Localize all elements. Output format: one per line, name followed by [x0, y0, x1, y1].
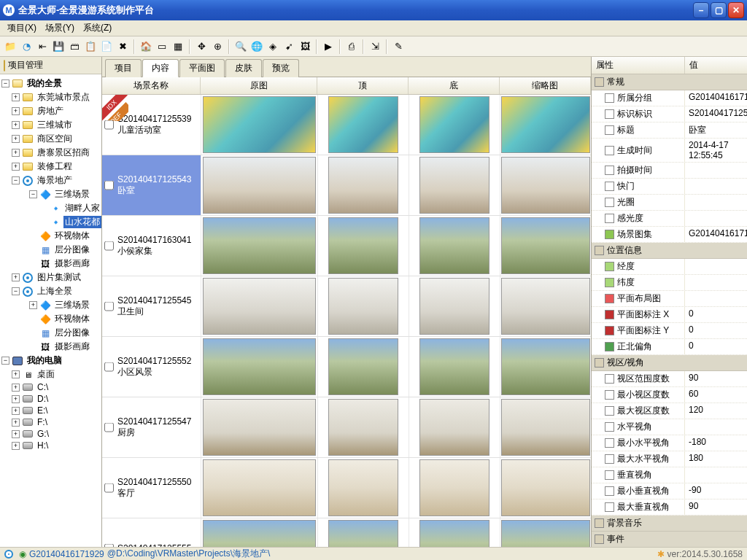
scene-row[interactable]: S20140417163041小侯家集 — [102, 216, 591, 276]
tree-item[interactable]: +唐寨景区招商 — [0, 146, 101, 160]
scene-checkbox[interactable] — [104, 544, 114, 548]
tree-sh-object[interactable]: 🔶环视物体 — [0, 312, 101, 326]
scene-row[interactable]: S20140417125552小区风景 — [102, 337, 591, 397]
prop-row[interactable]: 最大垂直视角90 — [592, 499, 747, 516]
prop-row[interactable]: 所属分组G20140416171929 — [592, 90, 747, 106]
tool-saveall[interactable]: 🗃 — [67, 39, 82, 54]
prop-row[interactable]: 最小视区度数60 — [592, 387, 747, 403]
tool-zoom[interactable]: 🔍 — [233, 39, 248, 54]
tree-sh-3dscene[interactable]: +🔷三维场景 — [0, 298, 101, 312]
tree-drive[interactable]: +C:\ — [0, 381, 101, 393]
project-tree[interactable]: −我的全景 +东莞城市景点+房地产+三维城市+商区空间+唐寨景区招商+装修工程−… — [0, 74, 101, 547]
tree-sh-layer[interactable]: ▦层分图像 — [0, 326, 101, 340]
prop-row[interactable]: 标识标识S20140417125543 — [592, 106, 747, 122]
tree-root-panorama[interactable]: −我的全景 — [0, 77, 101, 90]
tree-drive[interactable]: +E:\ — [0, 405, 101, 416]
scene-row[interactable]: S20140417125547厨房 — [102, 397, 591, 458]
scene-checkbox[interactable] — [104, 423, 114, 432]
menu-project[interactable]: 项目(X) — [3, 20, 41, 36]
col-bottom[interactable]: 底 — [409, 77, 500, 94]
tab-project[interactable]: 项目 — [105, 59, 142, 77]
tool-hotspot[interactable]: ✥ — [194, 39, 209, 54]
tree-item[interactable]: +三维城市 — [0, 118, 101, 132]
prop-row[interactable]: 场景图集G20140416171929 — [592, 227, 747, 243]
tab-content[interactable]: 内容 — [142, 59, 179, 77]
prop-row[interactable]: 视区范围度数90 — [592, 371, 747, 387]
props-col-val[interactable]: 值 — [685, 57, 747, 74]
tree-leaf-lake[interactable]: 🔹湖畔人家 — [0, 201, 101, 215]
tree-item[interactable]: −海景地产 — [0, 174, 101, 187]
tool-grid[interactable]: ▦ — [171, 39, 185, 54]
tool-open[interactable]: ◔ — [19, 39, 34, 54]
props-col-key[interactable]: 属性 — [592, 57, 685, 74]
prop-row[interactable]: 经度 — [592, 259, 747, 275]
tree-item[interactable]: +装修工程 — [0, 160, 101, 174]
scene-checkbox[interactable] — [104, 181, 114, 190]
tree-shanghai[interactable]: −上海全景 — [0, 284, 101, 298]
prop-row[interactable]: 最小垂直视角-90 — [592, 483, 747, 499]
props-list[interactable]: 常规所属分组G20140416171929标识标识S20140417125543… — [592, 74, 747, 547]
tree-sub-3dscene[interactable]: −🔷三维场景 — [0, 187, 101, 201]
scene-row[interactable]: S20140417125555 — [102, 518, 591, 547]
prop-row[interactable]: 生成时间2014-4-17 12:55:45 — [592, 139, 747, 163]
tool-play[interactable]: ▶ — [321, 39, 336, 54]
prop-row[interactable]: 最大视区度数120 — [592, 403, 747, 419]
prop-group[interactable]: 事件 — [592, 532, 747, 547]
scene-row[interactable]: S20140417125545卫生间 — [102, 276, 591, 337]
tree-sub-gallery[interactable]: 🖼摄影画廊 — [0, 257, 101, 271]
tool-home[interactable]: 🏠 — [139, 39, 153, 54]
menu-system[interactable]: 系统(Z) — [79, 20, 116, 36]
tree-drive[interactable]: +F:\ — [0, 416, 101, 428]
menu-scene[interactable]: 场景(Y) — [41, 20, 79, 36]
tab-floorplan[interactable]: 平面图 — [179, 59, 225, 77]
tree-drive[interactable]: +G:\ — [0, 428, 101, 440]
tree-root-computer[interactable]: −我的电脑 — [0, 354, 101, 368]
tool-import[interactable]: ⇤ — [35, 39, 50, 54]
col-orig[interactable]: 原图 — [201, 77, 317, 94]
tool-gallery[interactable]: 🖼 — [298, 39, 312, 54]
prop-row[interactable]: 平面布局图 — [592, 291, 747, 307]
tool-settings[interactable]: ✎ — [391, 39, 406, 54]
prop-row[interactable]: 拍摄时间 — [592, 163, 747, 179]
scene-row[interactable]: IDXDEFS20140417125539儿童活动室 — [102, 95, 591, 155]
scene-checkbox[interactable] — [104, 362, 114, 372]
tree-drive[interactable]: +🖥桌面 — [0, 368, 101, 381]
tree-item[interactable]: +房地产 — [0, 104, 101, 118]
tree-sub-layer[interactable]: ▦层分图像 — [0, 243, 101, 257]
tool-link[interactable]: ⊕ — [210, 39, 225, 54]
tool-batch[interactable]: ⇲ — [368, 39, 382, 54]
prop-row[interactable]: 标题卧室 — [592, 122, 747, 139]
prop-group[interactable]: 背景音乐 — [592, 516, 747, 532]
prop-row[interactable]: 平面图标注 X0 — [592, 307, 747, 323]
col-thumb[interactable]: 缩略图 — [500, 77, 591, 94]
scene-checkbox[interactable] — [104, 483, 114, 493]
tool-nav[interactable]: ➹ — [282, 39, 296, 54]
prop-row[interactable]: 快门 — [592, 179, 747, 195]
prop-group[interactable]: 位置信息 — [592, 243, 747, 259]
tool-new[interactable]: 📁 — [3, 39, 18, 54]
tree-sh-gallery[interactable]: 🖼摄影画廊 — [0, 340, 101, 354]
tool-save[interactable]: 💾 — [51, 39, 66, 54]
tool-delete[interactable]: ✖ — [115, 39, 130, 54]
tool-layer[interactable]: ◈ — [266, 39, 280, 54]
tree-sub-object[interactable]: 🔶环视物体 — [0, 229, 101, 243]
tree-drive[interactable]: +H:\ — [0, 440, 101, 451]
tool-copy[interactable]: 📋 — [83, 39, 98, 54]
close-button[interactable]: ✕ — [728, 2, 744, 18]
tool-scene[interactable]: ▭ — [155, 39, 169, 54]
scene-checkbox[interactable] — [104, 302, 114, 311]
tree-item[interactable]: +商区空间 — [0, 132, 101, 146]
minimize-button[interactable]: – — [693, 2, 709, 18]
scene-list[interactable]: IDXDEFS20140417125539儿童活动室 S201404171255… — [102, 95, 591, 547]
tree-pictest[interactable]: +图片集测试 — [0, 271, 101, 284]
scene-row[interactable]: S20140417125550客厅 — [102, 458, 591, 518]
tree-drive[interactable]: +D:\ — [0, 393, 101, 405]
prop-row[interactable]: 光圈 — [592, 195, 747, 211]
scene-checkbox[interactable] — [104, 241, 114, 251]
tool-paste[interactable]: 📄 — [99, 39, 114, 54]
col-top[interactable]: 顶 — [317, 77, 409, 94]
tool-export[interactable]: ⎙ — [344, 39, 359, 54]
prop-row[interactable]: 水平视角 — [592, 419, 747, 435]
scene-checkbox[interactable] — [104, 120, 114, 130]
prop-group[interactable]: 视区/视角 — [592, 355, 747, 371]
